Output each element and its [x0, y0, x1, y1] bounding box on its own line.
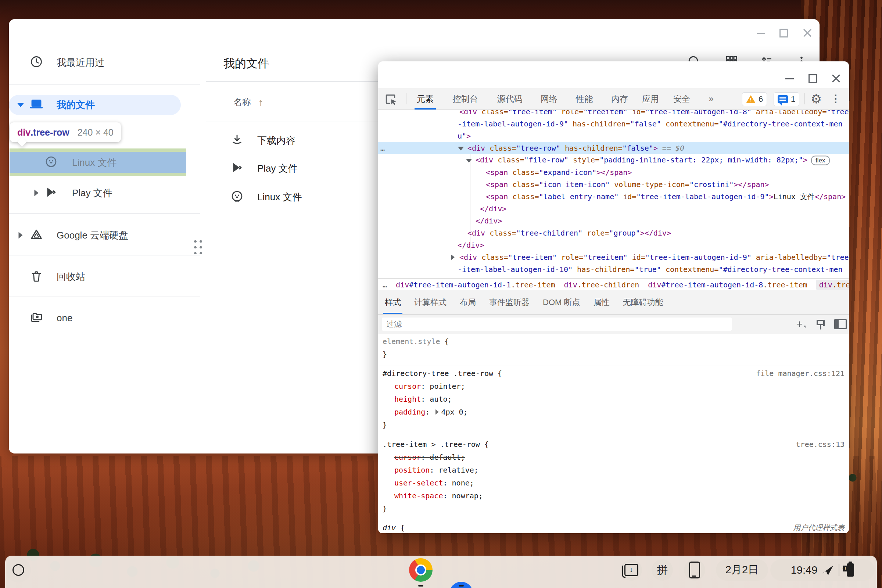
- expand-down-icon[interactable]: [466, 159, 472, 162]
- devtools-maximize-button[interactable]: [805, 70, 821, 87]
- column-header-name[interactable]: 名称 ↑: [233, 96, 263, 108]
- devtools-tab-2[interactable]: 源代码: [497, 88, 523, 110]
- ime-tray-icon[interactable]: 拼: [652, 560, 673, 580]
- dom-tree-line-14[interactable]: u"> <div class="tree-row" has-children="…: [378, 275, 849, 278]
- css-property[interactable]: white-space: nowrap;: [378, 489, 849, 502]
- chrome-app-icon[interactable]: [409, 558, 432, 582]
- styles-tab-5[interactable]: 属性: [593, 290, 609, 314]
- toggle-sidebar-icon[interactable]: [834, 315, 847, 334]
- dom-tree-line-5[interactable]: <span class="expand-icon"></span>: [378, 166, 849, 178]
- drive-icon: [30, 228, 43, 243]
- styles-tab-0[interactable]: 样式: [385, 290, 401, 314]
- sidebar-item-label: Play 文件: [72, 187, 112, 200]
- rendering-emulation-icon[interactable]: [816, 315, 826, 334]
- sidebar-item-6[interactable]: one: [9, 307, 200, 329]
- issues-badge[interactable]: 1: [774, 92, 800, 106]
- expand-down-icon[interactable]: [458, 147, 464, 150]
- dom-tree-line-7[interactable]: <span class="label entry-name" id="tree-…: [378, 190, 849, 202]
- dom-tree-line-3[interactable]: …<div class="tree-row" has-children="fal…: [378, 142, 849, 154]
- dom-tree-line-10[interactable]: <div class="tree-children" role="group">…: [378, 227, 849, 239]
- sidebar-item-label: 我最近用过: [57, 56, 104, 69]
- expander-down-icon[interactable]: [17, 103, 24, 107]
- warnings-badge[interactable]: 6: [742, 92, 767, 106]
- breadcrumb-overflow-left[interactable]: …: [382, 280, 387, 289]
- devtools-kebab-menu-icon[interactable]: ⋮: [831, 92, 841, 105]
- breadcrumb-item-1[interactable]: div.tree-children: [564, 280, 639, 289]
- rule-source-link[interactable]: tree.css:13: [796, 438, 844, 451]
- styles-tab-4[interactable]: DOM 断点: [543, 290, 580, 314]
- dom-tree-line-6[interactable]: <span class="icon item-icon" volume-type…: [378, 178, 849, 190]
- screen-capture-tray-icon[interactable]: ↓: [621, 560, 642, 580]
- sidebar-item-0[interactable]: 我最近用过: [9, 51, 200, 74]
- devtools-close-button[interactable]: [828, 70, 844, 87]
- devtools-tab-5[interactable]: 内存: [611, 88, 628, 110]
- files-close-button[interactable]: [800, 25, 816, 41]
- css-property[interactable]: position: relative;: [378, 464, 849, 477]
- sidebar-drag-handle[interactable]: [193, 238, 204, 256]
- dom-tree-line-9[interactable]: </div>: [378, 214, 849, 227]
- breadcrumb-item-3[interactable]: div.tree-row: [816, 280, 849, 290]
- status-tray-button[interactable]: 19:49 ⌐ !: [770, 560, 874, 580]
- css-rule-0: element.style {}: [378, 335, 849, 361]
- expand-right-icon[interactable]: [451, 254, 454, 260]
- devtools-tab-7[interactable]: 安全: [673, 88, 690, 110]
- styles-tab-6[interactable]: 无障碍功能: [622, 290, 663, 314]
- inspect-element-icon[interactable]: [383, 92, 399, 107]
- dom-tree-line-1[interactable]: -item-label-autogen-id-9" has-children="…: [378, 118, 849, 130]
- expand-shorthand-icon[interactable]: [435, 410, 439, 414]
- expander-right-icon[interactable]: [34, 190, 39, 196]
- launcher-button[interactable]: [6, 558, 31, 582]
- devtools-tab-6[interactable]: 应用: [642, 88, 659, 110]
- devtools-tab-0[interactable]: 元素: [417, 88, 434, 110]
- styles-tab-2[interactable]: 布局: [460, 290, 476, 314]
- rule-selector[interactable]: element.style: [382, 337, 440, 346]
- sidebar-item-5[interactable]: 回收站: [9, 266, 200, 288]
- dom-tree-line-11[interactable]: </div>: [378, 239, 849, 251]
- date-tray-button[interactable]: 2月2日: [716, 560, 768, 580]
- css-property[interactable]: cursor: default;: [378, 451, 849, 464]
- dom-node-text: -item-label-autogen-id-9" has-children="…: [458, 119, 843, 128]
- devtools-tab-1[interactable]: 控制台: [453, 88, 478, 110]
- line-options-ellipsis[interactable]: …: [380, 144, 386, 153]
- rule-selector[interactable]: .tree-item > .tree-row: [382, 440, 480, 449]
- rule-selector[interactable]: div: [382, 524, 396, 532]
- css-property[interactable]: user-select: none;: [378, 477, 849, 489]
- warning-count: 6: [759, 94, 763, 104]
- sidebar-item-3[interactable]: Play 文件: [9, 182, 200, 204]
- styles-filter-input[interactable]: 过滤: [382, 318, 732, 331]
- breadcrumb-item-2[interactable]: div#tree-item-autogen-id-8.tree-item: [648, 280, 807, 289]
- settings-gear-icon[interactable]: ⚙: [811, 92, 822, 105]
- css-property[interactable]: height: auto;: [378, 393, 849, 406]
- warning-icon: [746, 95, 756, 103]
- sidebar-divider: [9, 297, 200, 297]
- breadcrumb-item-0[interactable]: div#tree-item-autogen-id-1.tree-item: [396, 280, 555, 289]
- devtools-minimize-button[interactable]: [781, 70, 798, 87]
- css-property[interactable]: cursor: pointer;: [378, 380, 849, 393]
- styles-tab-1[interactable]: 计算样式: [414, 290, 447, 314]
- flex-badge[interactable]: flex: [811, 156, 830, 165]
- files-minimize-button[interactable]: [753, 25, 769, 41]
- sidebar-item-4[interactable]: Google 云端硬盘: [9, 224, 200, 246]
- rule-source-link[interactable]: 用户代理样式表: [793, 522, 844, 533]
- sidebar-item-1[interactable]: 我的文件: [9, 95, 181, 115]
- rule-source-link[interactable]: file manager.css:121: [756, 367, 844, 380]
- sidebar-item-2[interactable]: Linux 文件: [9, 152, 200, 174]
- new-style-rule-button[interactable]: +: [796, 315, 806, 334]
- dom-tree-line-2[interactable]: u">: [378, 130, 849, 142]
- devtools-tab-3[interactable]: 网络: [541, 88, 558, 110]
- phone-hub-tray-icon[interactable]: [684, 560, 705, 580]
- css-property[interactable]: padding: 4px 0;: [378, 406, 849, 418]
- dom-tree-line-8[interactable]: </div>: [378, 202, 849, 214]
- dom-tree-line-0[interactable]: <div class="tree-item" role="treeitem" i…: [378, 110, 849, 118]
- expander-right-icon[interactable]: [19, 232, 23, 238]
- devtools-tab-4[interactable]: 性能: [576, 88, 593, 110]
- more-tabs-chevron[interactable]: »: [708, 88, 713, 110]
- dom-tree-line-4[interactable]: <div class="file-row" style="padding-inl…: [378, 154, 849, 166]
- chrome-running-indicator: [418, 585, 423, 586]
- rule-selector[interactable]: #directory-tree .tree-row: [382, 369, 493, 378]
- styles-tab-3[interactable]: 事件监听器: [489, 290, 530, 314]
- dom-tree-line-12[interactable]: <div class="tree-item" role="treeitem" i…: [378, 251, 849, 263]
- files-maximize-button[interactable]: [776, 25, 792, 41]
- dom-node-text: </div>: [458, 241, 484, 249]
- dom-tree-line-13[interactable]: -item-label-autogen-id-10" has-children=…: [378, 263, 849, 275]
